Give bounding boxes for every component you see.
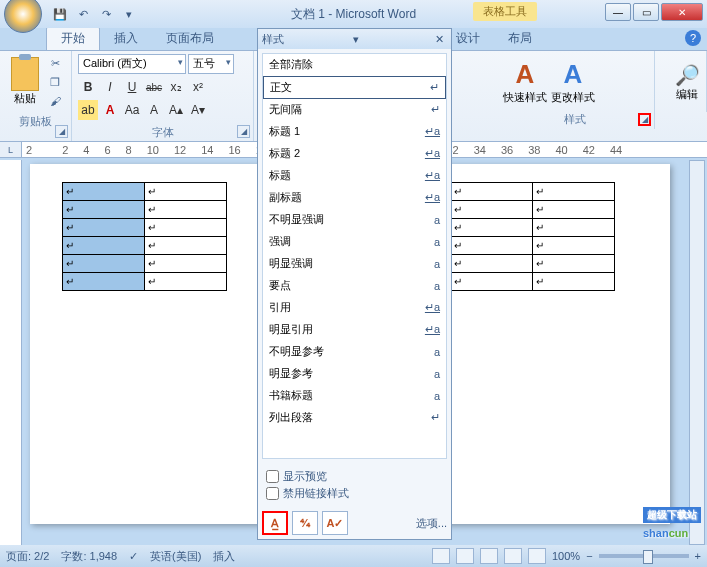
superscript-button[interactable]: x² (188, 77, 208, 97)
disable-linked-checkbox[interactable]: 禁用链接样式 (266, 486, 443, 501)
style-item[interactable]: 明显参考a (263, 363, 446, 385)
table-cell[interactable]: ↵ (533, 201, 615, 219)
zoom-slider[interactable] (599, 554, 689, 558)
style-item[interactable]: 不明显强调a (263, 209, 446, 231)
table-cell[interactable]: ↵ (533, 273, 615, 291)
cut-icon[interactable]: ✂ (45, 54, 65, 72)
table-cell[interactable]: ↵ (533, 255, 615, 273)
status-words[interactable]: 字数: 1,948 (61, 549, 117, 564)
table-cell[interactable]: ↵ (145, 255, 227, 273)
table-cell[interactable]: ↵ (145, 219, 227, 237)
view-full-screen[interactable] (456, 548, 474, 564)
qat-more-icon[interactable]: ▾ (119, 4, 139, 24)
save-icon[interactable]: 💾 (50, 4, 70, 24)
table-cell[interactable]: ↵ (145, 273, 227, 291)
style-item[interactable]: 副标题↵a (263, 187, 446, 209)
copy-icon[interactable]: ❐ (45, 73, 65, 91)
maximize-button[interactable]: ▭ (633, 3, 659, 21)
table-cell[interactable]: ↵ (533, 183, 615, 201)
clipboard-launcher[interactable]: ◢ (55, 125, 68, 138)
tab-home[interactable]: 开始 (46, 26, 100, 50)
styles-list[interactable]: 全部清除正文↵无间隔↵标题 1↵a标题 2↵a标题↵a副标题↵a不明显强调a强调… (262, 53, 447, 459)
style-item[interactable]: 全部清除 (263, 54, 446, 76)
pane-close-icon[interactable]: ✕ (432, 33, 447, 46)
style-item[interactable]: 正文↵ (263, 76, 446, 99)
zoom-in[interactable]: + (695, 550, 701, 562)
subscript-button[interactable]: x₂ (166, 77, 186, 97)
view-draft[interactable] (528, 548, 546, 564)
pane-menu-icon[interactable]: ▾ (353, 33, 359, 46)
font-size-combo[interactable]: 五号 (188, 54, 234, 74)
table-cell[interactable]: ↵ (63, 183, 145, 201)
tab-layout[interactable]: 布局 (494, 27, 546, 50)
style-item[interactable]: 列出段落↵ (263, 407, 446, 429)
manage-styles-button[interactable]: A✓ (322, 511, 348, 535)
style-item[interactable]: 无间隔↵ (263, 99, 446, 121)
table-cell[interactable]: ↵ (451, 237, 533, 255)
style-item[interactable]: 明显引用↵a (263, 319, 446, 341)
bold-button[interactable]: B (78, 77, 98, 97)
tab-page-layout[interactable]: 页面布局 (152, 27, 228, 50)
help-icon[interactable]: ? (685, 30, 701, 46)
change-case-button[interactable]: Aa (122, 100, 142, 120)
table-cell[interactable]: ↵ (451, 183, 533, 201)
style-item[interactable]: 书籍标题a (263, 385, 446, 407)
table-cell[interactable]: ↵ (63, 201, 145, 219)
style-item[interactable]: 引用↵a (263, 297, 446, 319)
quick-styles-button[interactable]: A 快速样式 (501, 54, 549, 110)
minimize-button[interactable]: — (605, 3, 631, 21)
table[interactable]: ↵↵ ↵↵ ↵↵ ↵↵ ↵↵ ↵↵ (450, 182, 615, 291)
style-item[interactable]: 不明显参考a (263, 341, 446, 363)
style-item[interactable]: 强调a (263, 231, 446, 253)
close-button[interactable]: ✕ (661, 3, 703, 21)
table[interactable]: ↵↵ ↵↵ ↵↵ ↵↵ ↵↵ ↵↵ (62, 182, 227, 291)
styles-options-link[interactable]: 选项... (416, 516, 447, 531)
undo-icon[interactable]: ↶ (73, 4, 93, 24)
table-cell[interactable]: ↵ (451, 201, 533, 219)
table-cell[interactable]: ↵ (63, 237, 145, 255)
view-outline[interactable] (504, 548, 522, 564)
status-page[interactable]: 页面: 2/2 (6, 549, 49, 564)
table-cell[interactable]: ↵ (451, 255, 533, 273)
table-cell[interactable]: ↵ (63, 273, 145, 291)
table-cell[interactable]: ↵ (145, 183, 227, 201)
style-item[interactable]: 标题 1↵a (263, 121, 446, 143)
style-item[interactable]: 标题 2↵a (263, 143, 446, 165)
paste-button[interactable]: 粘贴 (6, 54, 43, 112)
new-style-button[interactable]: A̲ (262, 511, 288, 535)
zoom-level[interactable]: 100% (552, 550, 580, 562)
underline-button[interactable]: U (122, 77, 142, 97)
font-name-combo[interactable]: Calibri (西文) (78, 54, 186, 74)
styles-launcher[interactable]: ◢ (638, 113, 651, 126)
table-cell[interactable]: ↵ (145, 237, 227, 255)
tab-insert[interactable]: 插入 (100, 27, 152, 50)
strike-button[interactable]: abc (144, 77, 164, 97)
table-cell[interactable]: ↵ (63, 219, 145, 237)
table-cell[interactable]: ↵ (145, 201, 227, 219)
table-cell[interactable]: ↵ (451, 273, 533, 291)
font-launcher[interactable]: ◢ (237, 125, 250, 138)
font-color-button[interactable]: A (100, 100, 120, 120)
table-cell[interactable]: ↵ (533, 237, 615, 255)
status-language[interactable]: 英语(美国) (150, 549, 201, 564)
italic-button[interactable]: I (100, 77, 120, 97)
view-print-layout[interactable] (432, 548, 450, 564)
status-mode[interactable]: 插入 (213, 549, 235, 564)
proofing-icon[interactable]: ✓ (129, 550, 138, 563)
table-cell[interactable]: ↵ (63, 255, 145, 273)
redo-icon[interactable]: ↷ (96, 4, 116, 24)
vertical-ruler[interactable] (0, 160, 22, 545)
clear-format-button[interactable]: A (144, 100, 164, 120)
highlight-button[interactable]: ab (78, 100, 98, 120)
style-item[interactable]: 要点a (263, 275, 446, 297)
show-preview-checkbox[interactable]: 显示预览 (266, 469, 443, 484)
table-cell[interactable]: ↵ (451, 219, 533, 237)
table-cell[interactable]: ↵ (533, 219, 615, 237)
style-inspector-button[interactable]: ⁴⁄₄ (292, 511, 318, 535)
change-styles-button[interactable]: A 更改样式 (549, 54, 597, 110)
edit-button[interactable]: 🔎 编辑 (663, 54, 707, 110)
shrink-font-button[interactable]: A▾ (188, 100, 208, 120)
vertical-scrollbar[interactable] (689, 160, 705, 545)
view-web[interactable] (480, 548, 498, 564)
grow-font-button[interactable]: A▴ (166, 100, 186, 120)
